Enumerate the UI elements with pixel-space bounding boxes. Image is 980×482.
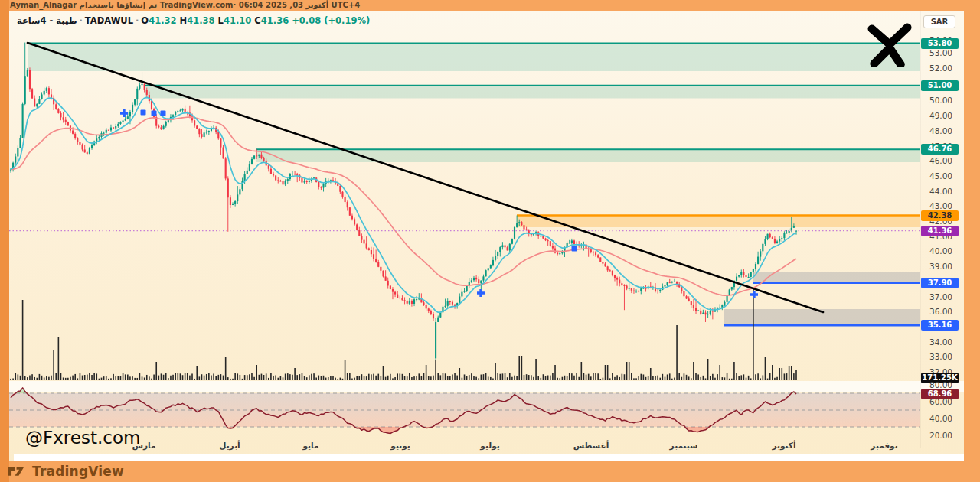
- volume-bar: [445, 373, 446, 380]
- candle: [501, 246, 503, 248]
- candle: [377, 262, 379, 267]
- candle: [24, 76, 26, 104]
- volume-bar: [84, 375, 86, 380]
- candle: [657, 291, 658, 291]
- candle: [540, 236, 541, 236]
- candle: [301, 178, 302, 183]
- currency-button[interactable]: SAR: [923, 15, 956, 28]
- volume-bar: [227, 377, 229, 380]
- volume-bar: [767, 379, 769, 380]
- volume-bar: [535, 359, 537, 380]
- candle: [607, 266, 609, 270]
- volume-bar: [67, 378, 69, 380]
- candle: [241, 181, 243, 189]
- price-chart-canvas[interactable]: [0, 0, 980, 482]
- volume-bar: [189, 376, 191, 380]
- candle: [341, 192, 343, 197]
- volume-bar: [674, 378, 675, 380]
- volume-bar: [99, 379, 100, 380]
- volume-bar: [39, 374, 41, 380]
- candle: [306, 181, 308, 182]
- candle: [738, 275, 740, 277]
- volume-bar: [430, 376, 432, 380]
- candle: [760, 251, 761, 256]
- candle: [127, 116, 129, 119]
- volume-bar: [48, 377, 50, 380]
- candle: [485, 270, 487, 276]
- volume-bar: [287, 373, 289, 380]
- volume-bar: [182, 375, 184, 380]
- volume-bar: [127, 374, 129, 380]
- volume-bar: [394, 377, 396, 380]
- candle: [559, 253, 560, 254]
- volume-bar: [599, 379, 601, 380]
- candle: [490, 265, 492, 268]
- candle: [330, 180, 332, 181]
- volume-bar: [87, 375, 88, 380]
- candle: [397, 295, 398, 298]
- volume-bar: [750, 378, 752, 380]
- candle: [783, 233, 785, 238]
- month-label: سبتمبر: [670, 441, 698, 450]
- candle: [626, 285, 628, 288]
- candle: [495, 256, 496, 260]
- volume-bar: [218, 375, 220, 380]
- candle: [571, 240, 573, 243]
- candle: [268, 165, 270, 168]
- candle: [623, 285, 625, 286]
- candle: [671, 282, 673, 282]
- volume-bar: [505, 373, 506, 380]
- candle: [91, 145, 93, 148]
- candle: [731, 287, 733, 289]
- candle: [475, 278, 477, 279]
- volume-bar: [707, 359, 709, 380]
- candle: [774, 239, 776, 243]
- candle: [511, 239, 513, 244]
- volume-bar: [275, 375, 276, 380]
- price-tick: 34.00: [922, 337, 960, 347]
- volume-bar: [328, 377, 329, 380]
- volume-bar: [616, 375, 618, 380]
- volume-bar: [139, 373, 141, 380]
- candle: [349, 207, 351, 216]
- candle: [702, 313, 704, 314]
- volume-bar: [24, 376, 26, 380]
- candle: [366, 243, 368, 248]
- volume-bar: [633, 378, 635, 380]
- volume-bar: [635, 378, 637, 380]
- volume-bar: [53, 350, 54, 380]
- candle: [416, 299, 417, 300]
- candle: [674, 282, 675, 282]
- candle: [557, 253, 558, 255]
- volume-bar: [163, 375, 165, 380]
- candle: [736, 277, 737, 281]
- candle: [612, 271, 613, 275]
- volume-bar: [387, 376, 389, 380]
- candle: [523, 225, 524, 229]
- volume-bar: [456, 376, 458, 380]
- tradingview-logo[interactable]: TradingView: [8, 464, 124, 479]
- volume-bar: [705, 378, 707, 380]
- candle: [707, 314, 709, 314]
- candle: [247, 171, 248, 174]
- volume-bar: [194, 379, 195, 380]
- volume-bar: [125, 374, 126, 380]
- candle: [320, 187, 322, 188]
- candle: [614, 275, 616, 278]
- volume-bar: [351, 379, 353, 380]
- volume-bar: [27, 377, 28, 380]
- candle: [122, 121, 124, 122]
- volume-bar: [478, 378, 479, 380]
- candle: [220, 138, 221, 147]
- candle: [597, 255, 599, 257]
- volume-bar: [490, 377, 492, 380]
- candle: [172, 115, 174, 117]
- price-tick: 46.00: [922, 156, 960, 165]
- volume-bar: [161, 373, 162, 380]
- volume-bar: [464, 374, 466, 380]
- candle: [181, 109, 183, 110]
- candle: [392, 289, 394, 292]
- footer-bar: TradingView: [0, 461, 980, 482]
- volume-bar: [120, 376, 122, 380]
- candle: [134, 99, 136, 105]
